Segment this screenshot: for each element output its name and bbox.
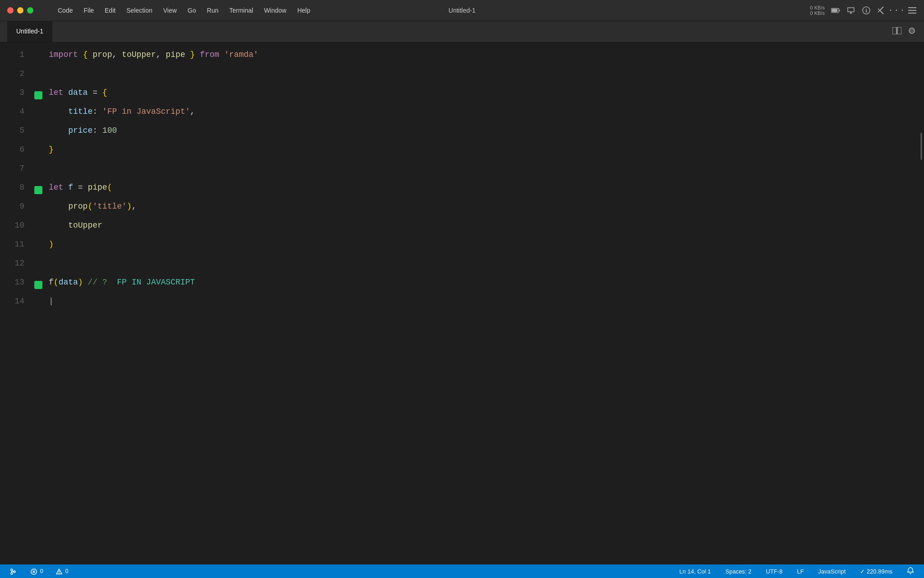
- timing: ✓ 220.89ms: [857, 567, 895, 576]
- breakpoint-13[interactable]: [34, 281, 42, 289]
- apple-menu[interactable]: [42, 9, 51, 12]
- cursor-position[interactable]: Ln 14, Col 1: [677, 567, 714, 576]
- menu-run[interactable]: Run: [203, 5, 223, 16]
- window-title: Untitled-1: [448, 7, 476, 14]
- gutter: [32, 42, 45, 564]
- warning-count[interactable]: 0: [53, 567, 71, 576]
- menu-selection[interactable]: Selection: [122, 5, 157, 16]
- svg-point-10: [909, 28, 915, 33]
- breakpoint-8[interactable]: [34, 186, 42, 194]
- code-line-12: [45, 254, 918, 273]
- notifications-icon[interactable]: [904, 566, 917, 577]
- tab-untitled1[interactable]: Untitled-1: [7, 21, 52, 42]
- git-branch[interactable]: [7, 567, 21, 576]
- menu-window[interactable]: Window: [259, 5, 291, 16]
- titlebar-right: 0 KB/s 0 KB/s i: [810, 5, 917, 16]
- line-ending[interactable]: LF: [794, 567, 806, 576]
- svg-point-19: [59, 573, 60, 574]
- status-left: 0 0: [7, 567, 71, 576]
- svg-point-11: [11, 569, 13, 571]
- language-mode[interactable]: JavaScript: [816, 567, 849, 576]
- svg-rect-9: [897, 27, 901, 34]
- code-line-6: }: [45, 140, 918, 159]
- scrollbar-thumb[interactable]: [920, 133, 922, 160]
- network-up: 0 KB/s: [810, 5, 825, 10]
- svg-rect-2: [832, 9, 837, 12]
- network-down: 0 KB/s: [810, 10, 825, 16]
- editor-container: 1 2 3 4 5 6 7 8 9 10 11 12 13 14: [0, 42, 924, 564]
- menu-view[interactable]: View: [159, 5, 181, 16]
- breakpoint-3[interactable]: [34, 91, 42, 99]
- split-editor-icon[interactable]: [892, 27, 901, 37]
- tab-bar: Untitled-1: [0, 21, 924, 42]
- svg-rect-8: [892, 27, 896, 34]
- svg-point-12: [11, 573, 13, 574]
- titlebar: Code File Edit Selection View Go Run Ter…: [0, 0, 924, 21]
- code-line-4: title: 'FP in JavaScript',: [45, 102, 918, 121]
- encoding[interactable]: UTF-8: [763, 567, 785, 576]
- notification-icon[interactable]: i: [862, 6, 871, 15]
- menu-file[interactable]: File: [79, 5, 98, 16]
- more-icon[interactable]: ···: [892, 6, 901, 15]
- menu-edit[interactable]: Edit: [100, 5, 120, 16]
- menu-go[interactable]: Go: [183, 5, 201, 16]
- code-line-1: import { prop, toUpper, pipe } from 'ram…: [45, 45, 918, 64]
- minimize-button[interactable]: [17, 7, 23, 14]
- code-line-10: toUpper: [45, 216, 918, 235]
- error-count[interactable]: 0: [28, 567, 46, 576]
- svg-rect-6: [908, 10, 916, 11]
- menu-code[interactable]: Code: [53, 5, 77, 16]
- svg-rect-1: [839, 9, 840, 11]
- close-button[interactable]: [7, 7, 14, 14]
- line-numbers: 1 2 3 4 5 6 7 8 9 10 11 12 13 14: [0, 42, 32, 564]
- code-line-13: f(data) // ? FP IN JAVASCRIPT: [45, 273, 918, 292]
- titlebar-left: Code File Edit Selection View Go Run Ter…: [7, 5, 315, 16]
- traffic-lights: [7, 7, 33, 14]
- code-editor[interactable]: import { prop, toUpper, pipe } from 'ram…: [45, 42, 918, 564]
- code-line-7: [45, 159, 918, 178]
- status-bar: 0 0 Ln 14, Col 1 Spaces: 2 UTF-8 LF Java…: [0, 564, 924, 578]
- svg-rect-7: [908, 13, 916, 14]
- airplay-icon[interactable]: [846, 6, 855, 15]
- battery-icon: [831, 6, 840, 15]
- list-icon[interactable]: [908, 6, 917, 15]
- svg-rect-5: [908, 7, 916, 8]
- scrollbar[interactable]: [918, 42, 924, 564]
- tab-label: Untitled-1: [16, 28, 43, 35]
- indentation[interactable]: Spaces: 2: [723, 567, 754, 576]
- code-line-11: ): [45, 235, 918, 254]
- tab-right-icons: [892, 21, 924, 42]
- code-line-3: let data = {: [45, 83, 918, 102]
- vscode-icon[interactable]: [877, 6, 886, 15]
- code-line-5: price: 100: [45, 121, 918, 140]
- code-line-14: [45, 292, 918, 311]
- menu-help[interactable]: Help: [293, 5, 315, 16]
- code-line-8: let f = pipe(: [45, 178, 918, 197]
- circle-icon[interactable]: [909, 28, 915, 36]
- menu-terminal[interactable]: Terminal: [225, 5, 258, 16]
- menu-bar: Code File Edit Selection View Go Run Ter…: [42, 5, 315, 16]
- svg-text:i: i: [865, 9, 868, 14]
- maximize-button[interactable]: [27, 7, 33, 14]
- code-line-2: [45, 64, 918, 83]
- status-right: Ln 14, Col 1 Spaces: 2 UTF-8 LF JavaScri…: [677, 566, 917, 577]
- code-line-9: prop('title'),: [45, 197, 918, 216]
